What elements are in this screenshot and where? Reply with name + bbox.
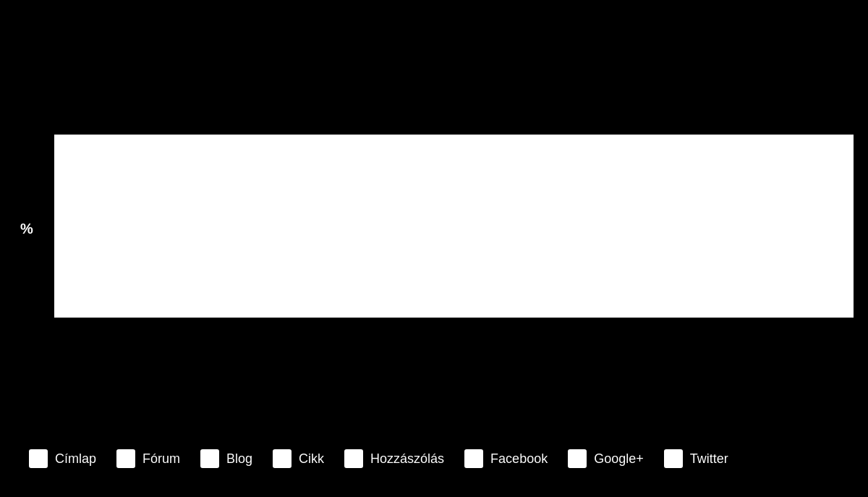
legend-item-googleplus: Google+ bbox=[568, 449, 644, 468]
legend-item-cikk: Cikk bbox=[273, 449, 324, 468]
legend-item-forum: Fórum bbox=[116, 449, 180, 468]
legend-swatch-forum bbox=[116, 449, 135, 468]
chart-area bbox=[54, 135, 854, 318]
legend-label-facebook: Facebook bbox=[490, 451, 548, 467]
legend-label-googleplus: Google+ bbox=[594, 451, 644, 467]
legend-swatch-cikk bbox=[273, 449, 292, 468]
y-axis-label: % bbox=[20, 221, 33, 237]
legend-label-hozzaszolas: Hozzászólás bbox=[370, 451, 444, 467]
legend-item-cimlap: Címlap bbox=[29, 449, 96, 468]
legend-label-forum: Fórum bbox=[142, 451, 180, 467]
legend-item-hozzaszolas: Hozzászólás bbox=[344, 449, 444, 468]
legend-label-cikk: Cikk bbox=[299, 451, 324, 467]
legend-swatch-cimlap bbox=[29, 449, 48, 468]
legend-label-cimlap: Címlap bbox=[55, 451, 96, 467]
legend-swatch-hozzaszolas bbox=[344, 449, 363, 468]
legend-item-twitter: Twitter bbox=[664, 449, 728, 468]
legend-item-facebook: Facebook bbox=[464, 449, 548, 468]
legend-item-blog: Blog bbox=[200, 449, 252, 468]
legend-label-blog: Blog bbox=[226, 451, 252, 467]
legend-swatch-blog bbox=[200, 449, 219, 468]
legend-swatch-facebook bbox=[464, 449, 483, 468]
legend-swatch-googleplus bbox=[568, 449, 587, 468]
legend-label-twitter: Twitter bbox=[690, 451, 728, 467]
legend-swatch-twitter bbox=[664, 449, 683, 468]
legend-bar: CímlapFórumBlogCikkHozzászólásFacebookGo… bbox=[29, 449, 839, 468]
